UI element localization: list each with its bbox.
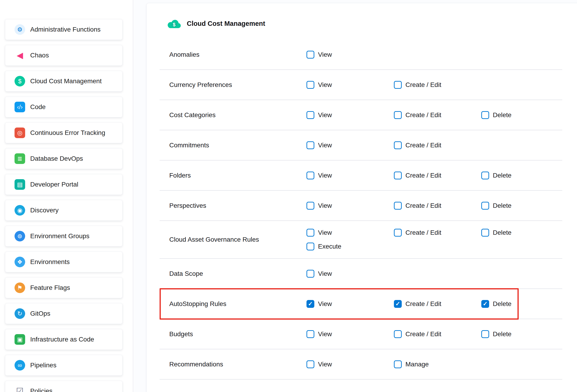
sidebar-item-chaos[interactable]: ◀Chaos	[5, 45, 122, 66]
permission-options: ViewCreate / EditDelete	[306, 103, 569, 127]
policies-icon: ☑	[15, 386, 25, 392]
permission-view[interactable]: View	[306, 141, 394, 149]
permissions-panel: $ Cloud Cost Management AnomaliesViewCur…	[146, 3, 577, 392]
permission-options: ViewCreate / EditDeleteExecute	[306, 221, 569, 258]
permission-options: View	[306, 43, 569, 67]
unchecked-checkbox[interactable]	[481, 172, 489, 179]
resource-label: Commitments	[160, 142, 306, 149]
sidebar-item-environment-groups[interactable]: ⊚Environment Groups	[5, 226, 122, 247]
permission-label: Create / Edit	[405, 229, 441, 236]
unchecked-checkbox[interactable]	[306, 81, 314, 89]
permission-delete[interactable]: Delete	[481, 229, 569, 237]
unchecked-checkbox[interactable]	[481, 202, 489, 210]
sidebar-item-label: Cloud Cost Management	[30, 77, 102, 85]
permission-label: Create / Edit	[405, 202, 441, 209]
unchecked-checkbox[interactable]	[306, 172, 314, 179]
permission-view[interactable]: View	[306, 111, 394, 119]
permission-create-edit[interactable]: Create / Edit	[394, 172, 481, 179]
permission-create-edit[interactable]: Create / Edit	[394, 330, 481, 338]
permission-view[interactable]: View	[306, 81, 394, 89]
permission-create-edit[interactable]: Create / Edit	[394, 111, 481, 119]
unchecked-checkbox[interactable]	[394, 202, 402, 210]
unchecked-checkbox[interactable]	[481, 229, 489, 237]
unchecked-checkbox[interactable]	[306, 141, 314, 149]
permission-row-perspectives: PerspectivesViewCreate / EditDelete	[160, 191, 562, 221]
sidebar-item-cloud-cost-management[interactable]: $Cloud Cost Management	[5, 71, 122, 92]
sidebar-item-label: Environments	[30, 258, 70, 266]
permission-options: View	[306, 262, 569, 285]
permission-label: View	[318, 51, 332, 58]
permission-label: Manage	[405, 361, 429, 368]
sidebar-item-pipelines[interactable]: ∞Pipelines	[5, 355, 122, 376]
feature-flags-icon: ⚑	[15, 283, 25, 293]
permission-delete[interactable]: Delete	[481, 172, 569, 179]
unchecked-checkbox[interactable]	[306, 270, 314, 278]
permission-create-edit[interactable]: Create / Edit	[394, 229, 481, 237]
unchecked-checkbox[interactable]	[306, 360, 314, 368]
unchecked-checkbox[interactable]	[306, 202, 314, 210]
sidebar-item-policies[interactable]: ☑Policies	[5, 381, 122, 392]
permission-delete[interactable]: Delete	[481, 300, 569, 308]
sidebar-item-continuous-error-tracking[interactable]: ◎Continuous Error Tracking	[5, 122, 122, 143]
resource-label: Budgets	[160, 330, 306, 338]
permission-options: ViewCreate / EditDelete	[306, 292, 569, 316]
permission-execute[interactable]: Execute	[306, 243, 394, 250]
permission-view[interactable]: View	[306, 330, 394, 338]
cloud-dollar-icon: $	[167, 18, 181, 29]
permission-view[interactable]: View	[306, 300, 394, 308]
permission-view[interactable]: View	[306, 172, 394, 179]
permission-delete[interactable]: Delete	[481, 330, 569, 338]
permission-view[interactable]: View	[306, 270, 394, 278]
permission-label: Create / Edit	[405, 81, 441, 89]
sidebar-item-infrastructure-as-code[interactable]: ▣Infrastructure as Code	[5, 329, 122, 350]
permission-create-edit[interactable]: Create / Edit	[394, 300, 481, 308]
sidebar-item-discovery[interactable]: ◉Discovery	[5, 200, 122, 221]
unchecked-checkbox[interactable]	[306, 111, 314, 119]
unchecked-checkbox[interactable]	[481, 111, 489, 119]
permission-create-edit[interactable]: Create / Edit	[394, 202, 481, 210]
unchecked-checkbox[interactable]	[394, 141, 402, 149]
unchecked-checkbox[interactable]	[306, 243, 314, 250]
permission-options: ViewCreate / EditDelete	[306, 164, 569, 187]
sidebar-item-database-devops[interactable]: ≣Database DevOps	[5, 148, 122, 169]
checked-checkbox[interactable]	[306, 300, 314, 308]
resource-label: Recommendations	[160, 361, 306, 368]
permission-view[interactable]: View	[306, 51, 394, 59]
permission-create-edit[interactable]: Create / Edit	[394, 141, 481, 149]
unchecked-checkbox[interactable]	[306, 229, 314, 237]
permission-label: Delete	[493, 202, 511, 209]
unchecked-checkbox[interactable]	[394, 360, 402, 368]
unchecked-checkbox[interactable]	[394, 229, 402, 237]
permission-manage[interactable]: Manage	[394, 360, 481, 368]
permission-view[interactable]: View	[306, 202, 394, 210]
permission-view[interactable]: View	[306, 360, 394, 368]
permission-delete[interactable]: Delete	[481, 202, 569, 210]
sidebar-item-environments[interactable]: ❖Environments	[5, 251, 122, 272]
sidebar-item-label: Code	[30, 103, 46, 111]
svg-text:$: $	[173, 22, 176, 28]
unchecked-checkbox[interactable]	[306, 330, 314, 338]
permission-create-edit[interactable]: Create / Edit	[394, 81, 481, 89]
chaos-icon: ◀	[15, 50, 25, 61]
unchecked-checkbox[interactable]	[306, 51, 314, 59]
permission-label: Delete	[493, 300, 511, 308]
unchecked-checkbox[interactable]	[394, 172, 402, 179]
sidebar-item-feature-flags[interactable]: ⚑Feature Flags	[5, 277, 122, 298]
permission-view[interactable]: View	[306, 229, 394, 237]
unchecked-checkbox[interactable]	[394, 111, 402, 119]
permission-row-commitments: CommitmentsViewCreate / Edit	[160, 130, 562, 160]
sidebar-item-administrative-functions[interactable]: ⚙Administrative Functions	[5, 19, 122, 40]
resource-label: AutoStopping Rules	[160, 300, 306, 308]
sidebar-item-developer-portal[interactable]: ▤Developer Portal	[5, 174, 122, 195]
permission-delete[interactable]: Delete	[481, 111, 569, 119]
unchecked-checkbox[interactable]	[394, 81, 402, 89]
checked-checkbox[interactable]	[481, 300, 489, 308]
permission-row-cost-categories: Cost CategoriesViewCreate / EditDelete	[160, 100, 562, 130]
sidebar-item-gitops[interactable]: ↻GitOps	[5, 303, 122, 324]
permission-options: ViewCreate / EditDelete	[306, 194, 569, 217]
unchecked-checkbox[interactable]	[481, 330, 489, 338]
sidebar-item-label: GitOps	[30, 310, 50, 317]
unchecked-checkbox[interactable]	[394, 330, 402, 338]
sidebar-item-code[interactable]: ‹/›Code	[5, 97, 122, 117]
checked-checkbox[interactable]	[394, 300, 402, 308]
